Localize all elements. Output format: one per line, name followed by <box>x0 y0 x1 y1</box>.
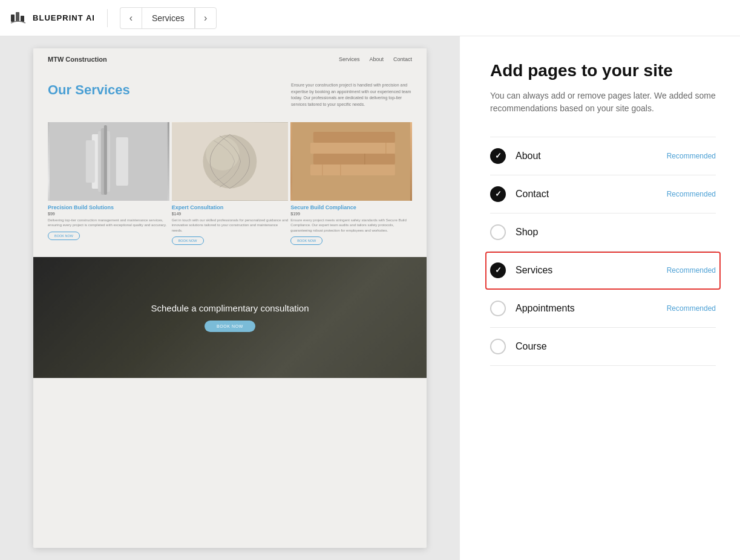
page-name-about: About <box>516 151 667 161</box>
current-page-label: Services <box>142 7 195 29</box>
preview-book-btn-1[interactable]: BOOK NOW <box>48 232 80 240</box>
site-preview: MTW Construction Services About Contact … <box>33 48 427 548</box>
preview-hero-text: Ensure your construction project is hand… <box>291 82 412 108</box>
recommended-badge-appointments: Recommended <box>667 304 716 313</box>
preview-book-btn-3[interactable]: BOOK NOW <box>290 236 323 245</box>
checkmark-contact: ✓ <box>495 190 502 198</box>
service-image-2 <box>172 122 289 201</box>
svg-rect-9 <box>86 140 95 183</box>
page-item-about[interactable]: ✓ About Recommended <box>490 137 716 175</box>
page-navigation: ‹ Services › <box>120 7 217 29</box>
svg-rect-15 <box>313 154 395 164</box>
svg-rect-17 <box>313 132 395 143</box>
preview-services-grid: Precision Build Solutions $99 Delivering… <box>33 122 427 257</box>
checkbox-about[interactable]: ✓ <box>490 148 506 164</box>
checkbox-course[interactable] <box>490 339 506 354</box>
checkmark-about: ✓ <box>495 152 502 160</box>
nav-divider <box>107 9 108 27</box>
preview-service-title-1: Precision Build Solutions <box>48 204 169 210</box>
blueprint-ai-logo-icon <box>10 10 27 27</box>
page-item-contact[interactable]: ✓ Contact Recommended <box>490 175 716 213</box>
top-navigation: BLUEPRINT AI ‹ Services › <box>0 0 740 36</box>
svg-rect-7 <box>104 125 107 195</box>
recommended-badge-services: Recommended <box>667 266 716 275</box>
page-item-services[interactable]: ✓ Services Recommended <box>485 252 721 290</box>
preview-service-card-1: Precision Build Solutions $99 Delivering… <box>48 122 169 245</box>
checkbox-contact[interactable]: ✓ <box>490 186 506 202</box>
checkbox-shop[interactable] <box>490 224 506 240</box>
sphere-image-svg <box>172 122 289 201</box>
preview-service-price-1: $99 <box>48 212 169 216</box>
svg-rect-14 <box>310 164 395 175</box>
preview-hero: Our Services Ensure your construction pr… <box>33 70 427 122</box>
preview-service-desc-2: Get in touch with our skilled profession… <box>172 218 289 233</box>
page-name-shop: Shop <box>516 227 716 238</box>
preview-service-price-3: $199 <box>290 212 412 216</box>
checkmark-services: ✓ <box>495 266 502 274</box>
main-content: MTW Construction Services About Contact … <box>0 36 740 560</box>
preview-service-desc-3: Ensure every project meets stringent saf… <box>290 218 412 233</box>
preview-service-card-3: Secure Build Compliance $199 Ensure ever… <box>290 122 412 245</box>
preview-hero-title: Our Services <box>48 82 130 98</box>
recommended-badge-about: Recommended <box>667 152 716 160</box>
preview-service-title-3: Secure Build Compliance <box>290 204 412 210</box>
prev-page-button[interactable]: ‹ <box>120 7 142 29</box>
page-name-appointments: Appointments <box>516 303 667 314</box>
preview-panel: MTW Construction Services About Contact … <box>0 36 460 560</box>
preview-service-title-2: Expert Consultation <box>172 204 289 210</box>
preview-cta-text: Schedule a complimentary consultation <box>151 303 309 313</box>
wood-image-svg <box>290 122 412 201</box>
preview-cta-section: Schedule a complimentary consultation BO… <box>33 257 427 378</box>
preview-site-name: MTW Construction <box>48 56 107 63</box>
preview-site-nav: MTW Construction Services About Contact <box>33 48 427 70</box>
page-item-appointments[interactable]: Appointments Recommended <box>490 290 716 328</box>
page-list: ✓ About Recommended ✓ Contact Recommende… <box>490 137 716 366</box>
page-name-contact: Contact <box>516 189 667 200</box>
checkbox-appointments[interactable] <box>490 301 506 316</box>
preview-service-desc-1: Delivering top-tier construction managem… <box>48 218 169 228</box>
checkbox-services[interactable]: ✓ <box>490 262 506 278</box>
recommended-badge-contact: Recommended <box>667 190 716 198</box>
page-item-shop[interactable]: Shop <box>490 213 716 252</box>
preview-book-btn-2[interactable]: BOOK NOW <box>172 236 204 245</box>
right-panel-title: Add pages to your site <box>490 60 716 81</box>
page-name-course: Course <box>516 341 716 352</box>
preview-nav-services: Services <box>339 56 360 62</box>
svg-rect-8 <box>116 137 128 186</box>
brand-name: BLUEPRINT AI <box>33 13 95 22</box>
service-image-1 <box>48 122 169 201</box>
preview-nav-about: About <box>369 56 384 62</box>
preview-service-card-2: Expert Consultation $149 Get in touch wi… <box>169 122 291 245</box>
svg-rect-0 <box>11 15 15 22</box>
next-page-button[interactable]: › <box>195 7 217 29</box>
svg-rect-1 <box>16 12 19 22</box>
svg-rect-16 <box>310 143 395 154</box>
preview-nav-contact: Contact <box>393 56 412 62</box>
metal-image-svg <box>48 122 169 201</box>
logo-area: BLUEPRINT AI <box>10 10 95 27</box>
right-panel-subtitle: You can always add or remove pages later… <box>490 90 716 115</box>
preview-service-price-2: $149 <box>172 212 289 216</box>
svg-point-12 <box>206 137 239 170</box>
page-item-course[interactable]: Course <box>490 328 716 366</box>
svg-rect-2 <box>21 16 24 22</box>
service-image-3 <box>290 122 412 201</box>
preview-cta-button[interactable]: BOOK NOW <box>205 321 255 332</box>
preview-cta-overlay <box>33 257 427 378</box>
page-name-services: Services <box>516 265 667 276</box>
preview-site-links: Services About Contact <box>339 56 412 62</box>
right-panel: Add pages to your site You can always ad… <box>460 36 740 560</box>
